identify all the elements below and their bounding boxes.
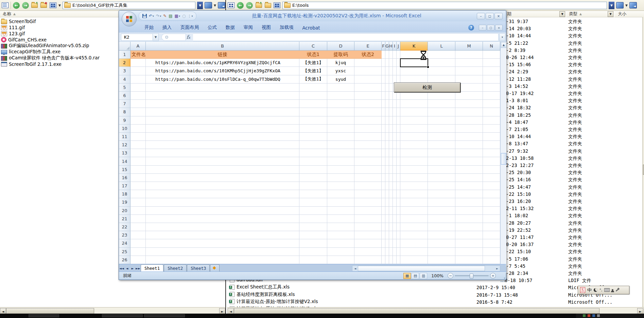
cell-B11[interactable] [146, 133, 299, 141]
workbook-restore-button[interactable]: ◻ [487, 25, 494, 31]
cell-I6[interactable] [393, 92, 397, 100]
cell-J9[interactable] [397, 116, 400, 125]
up-folder-button[interactable]: ↑ [31, 2, 38, 9]
cell-N13[interactable] [483, 149, 500, 157]
name-box[interactable]: K2 [121, 34, 153, 41]
cell-A20[interactable] [130, 207, 146, 215]
cell-G7[interactable] [385, 100, 389, 108]
ime-mode-icon[interactable]: 五 [580, 287, 585, 293]
cell-I21[interactable] [393, 215, 397, 223]
cell-C16[interactable] [299, 174, 327, 182]
cell-L16[interactable] [428, 174, 455, 182]
excel-vertical-scrollbar[interactable]: ▲ ▼ [500, 42, 506, 273]
ribbon-tab-Acrobat[interactable]: Acrobat [298, 23, 325, 33]
cell-C23[interactable] [299, 231, 327, 239]
cell-D8[interactable] [327, 108, 354, 116]
cell-L13[interactable] [428, 149, 455, 157]
cell-I9[interactable] [393, 116, 397, 125]
cell-L22[interactable] [428, 223, 455, 231]
cell-J19[interactable] [397, 198, 400, 206]
cell-D7[interactable] [327, 100, 354, 108]
cell-M18[interactable] [455, 190, 483, 198]
cell-A14[interactable] [130, 157, 146, 165]
cell-I18[interactable] [393, 190, 397, 198]
macro-check-button[interactable]: 检测 [394, 82, 460, 92]
ime-punctuation-icon[interactable]: °, [599, 288, 602, 292]
cell-L9[interactable] [428, 116, 455, 125]
tray-icon[interactable] [583, 314, 586, 317]
taskbar-item[interactable] [144, 314, 185, 317]
cell-J13[interactable] [397, 149, 400, 157]
row-header-10[interactable]: 10 [119, 125, 130, 133]
cell-D26[interactable] [327, 256, 354, 264]
cell-J1[interactable] [397, 51, 400, 59]
cell-D23[interactable] [327, 231, 354, 239]
column-header-I[interactable]: I [393, 42, 397, 51]
cell-F12[interactable] [382, 141, 385, 149]
cell-F3[interactable] [382, 67, 385, 75]
cell-H23[interactable] [389, 231, 393, 239]
cell-E14[interactable] [354, 157, 382, 165]
row-header-16[interactable]: 16 [119, 174, 130, 182]
ribbon-tab-加载项[interactable]: 加载项 [275, 23, 298, 33]
cell-M22[interactable] [455, 223, 483, 231]
cell-K18[interactable] [400, 190, 428, 198]
cell-M20[interactable] [455, 207, 483, 215]
row-header-26[interactable]: 26 [119, 256, 130, 264]
ribbon-tab-开始[interactable]: 开始 [140, 23, 158, 33]
cell-M8[interactable] [455, 108, 483, 116]
cell-J11[interactable] [397, 133, 400, 141]
save-icon[interactable] [142, 14, 147, 18]
cell-J23[interactable] [397, 231, 400, 239]
cell-B13[interactable] [146, 149, 299, 157]
column-header-H[interactable]: H [389, 42, 393, 51]
cell-E15[interactable] [354, 166, 382, 174]
screen-dropdown-icon[interactable]: ▼ [214, 4, 216, 7]
cell-B9[interactable] [146, 116, 299, 125]
cell-M9[interactable] [455, 116, 483, 125]
row-header-22[interactable]: 22 [119, 223, 130, 231]
cell-B18[interactable] [146, 190, 299, 198]
column-header-M[interactable]: M [455, 42, 483, 51]
cell-A16[interactable] [130, 174, 146, 182]
cell-N26[interactable] [483, 256, 500, 264]
cell-E22[interactable] [354, 223, 382, 231]
cell-K9[interactable] [400, 116, 428, 125]
ribbon-tab-公式[interactable]: 公式 [203, 23, 221, 33]
cell-N21[interactable] [483, 215, 500, 223]
cell-A9[interactable] [130, 116, 146, 125]
cell-E2[interactable] [354, 59, 382, 67]
cell-F5[interactable] [382, 83, 385, 92]
cell-B2[interactable]: https://pan.baidu.com/s/1pKPRY6VYzgXNEjZ… [146, 59, 299, 67]
cell-C20[interactable] [299, 207, 327, 215]
cell-I1[interactable] [393, 51, 397, 59]
cell-N3[interactable] [483, 67, 500, 75]
cell-B4[interactable]: https://pan.baidu.com/s/10sFlDCa-q_O0qw7… [146, 75, 299, 83]
left-address-dropdown[interactable]: ▼ [197, 2, 203, 9]
cell-C9[interactable] [299, 116, 327, 125]
cell-A11[interactable] [130, 133, 146, 141]
cell-C13[interactable] [299, 149, 327, 157]
cell-L24[interactable] [428, 239, 455, 247]
cell-A7[interactable] [130, 100, 146, 108]
row-header-8[interactable]: 8 [119, 108, 130, 116]
cell-E18[interactable] [354, 190, 382, 198]
sheet-tab-Sheet2[interactable]: Sheet2 [164, 264, 187, 272]
cell-C4[interactable]: 【失效1】 [299, 75, 327, 83]
cell-G15[interactable] [385, 166, 389, 174]
cell-C5[interactable] [299, 83, 327, 92]
cell-M23[interactable] [455, 231, 483, 239]
cell-H19[interactable] [389, 198, 393, 206]
cell-M10[interactable] [455, 125, 483, 133]
cell-A22[interactable] [130, 223, 146, 231]
column-header-G[interactable]: G [385, 42, 389, 51]
cell-M21[interactable] [455, 215, 483, 223]
cell-C2[interactable]: 【失效1】 [299, 59, 327, 67]
taskbar-item[interactable] [29, 314, 59, 317]
cell-N14[interactable] [483, 157, 500, 165]
cell-J22[interactable] [397, 223, 400, 231]
cell-G6[interactable] [385, 92, 389, 100]
cell-E16[interactable] [354, 174, 382, 182]
last-sheet-icon[interactable]: ►► [135, 264, 141, 272]
column-header-K[interactable]: K [400, 42, 428, 51]
